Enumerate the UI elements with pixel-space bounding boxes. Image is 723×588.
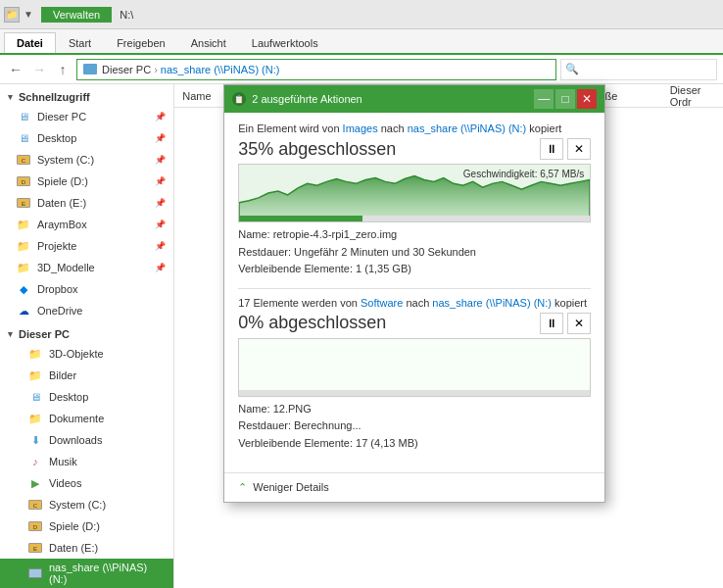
sidebar-item-spieled-label: Spiele (D:) bbox=[37, 175, 88, 187]
sidebar-item-systemc[interactable]: C System (C:) 📌 bbox=[0, 149, 173, 171]
transfer1-to-link[interactable]: nas_share (\\PiNAS) (N:) bbox=[408, 122, 527, 134]
sidebar-item-downloads[interactable]: ⬇ Downloads bbox=[0, 429, 173, 451]
sidebar-item-projekte[interactable]: 📁 Projekte 📌 bbox=[0, 235, 173, 257]
collapse-icon: ▾ bbox=[8, 329, 13, 339]
sidebar-item-3dobjekte[interactable]: 📁 3D-Objekte bbox=[0, 343, 173, 365]
dropbox-icon: ◆ bbox=[16, 281, 31, 297]
search-box[interactable]: 🔍 bbox=[560, 59, 717, 80]
sidebar-item-dropbox-label: Dropbox bbox=[37, 283, 78, 295]
onedrive-icon: ☁ bbox=[16, 303, 31, 318]
transfer2-section: 17 Elemente werden von Software nach nas… bbox=[238, 297, 591, 453]
dialog-icon: 📋 bbox=[232, 92, 246, 106]
sidebar-item-musik[interactable]: ♪ Musik bbox=[0, 451, 173, 472]
dialog-minimize-button[interactable]: — bbox=[534, 89, 554, 109]
tab-freigeben[interactable]: Freigeben bbox=[104, 32, 178, 53]
sidebar-item-videos[interactable]: ▶ Videos bbox=[0, 472, 173, 494]
sidebar-item-desktop-label: Desktop bbox=[37, 132, 76, 144]
up-button[interactable]: ↑ bbox=[53, 60, 72, 79]
drive-e-icon: E bbox=[16, 195, 31, 211]
transfer1-progress-label: 35% abgeschlossen bbox=[238, 139, 396, 160]
transfer1-controls: ⏸ ✕ bbox=[540, 138, 591, 160]
desktop2-icon: 🖥 bbox=[27, 389, 43, 405]
sidebar-quickaccess[interactable]: ▾ Schnellzugriff bbox=[0, 88, 173, 106]
transfer1-from-link[interactable]: Images bbox=[343, 122, 378, 134]
sidebar-item-3dmodelle-label: 3D_Modelle bbox=[37, 262, 95, 273]
transfer2-header: 17 Elemente werden von Software nach nas… bbox=[238, 297, 591, 309]
sidebar-item-onedrive-label: OneDrive bbox=[37, 305, 82, 317]
back-button[interactable]: ← bbox=[6, 60, 25, 79]
music-icon: ♪ bbox=[27, 454, 43, 469]
search-placeholder: 🔍 bbox=[565, 63, 579, 75]
dialog-maximize-button[interactable]: □ bbox=[555, 89, 575, 109]
sidebar-item-nas[interactable]: nas_share (\\PiNAS) (N:) bbox=[0, 559, 173, 588]
pin-icon: 📌 bbox=[155, 241, 166, 251]
dialog-title-bar: 📋 2 ausgeführte Aktionen — □ ✕ bbox=[224, 85, 604, 113]
tab-ansicht[interactable]: Ansicht bbox=[178, 32, 239, 53]
transfer1-graph: Geschwindigkeit: 6,57 MB/s bbox=[238, 164, 591, 222]
sidebar-thispc-section[interactable]: ▾ Dieser PC bbox=[0, 325, 173, 343]
sidebar-item-systemc-label: System (C:) bbox=[37, 154, 94, 166]
transfer2-to-link[interactable]: nas_share (\\PiNAS) (N:) bbox=[432, 297, 552, 309]
transfer2-from-link[interactable]: Software bbox=[361, 297, 403, 309]
pin-icon: 📌 bbox=[155, 176, 166, 186]
window-icon: 📁 bbox=[4, 7, 20, 23]
transfer1-cancel-button[interactable]: ✕ bbox=[567, 138, 591, 160]
sidebar-item-datene2[interactable]: E Daten (E:) bbox=[0, 537, 173, 559]
sidebar-item-bilder[interactable]: 📁 Bilder bbox=[0, 365, 173, 386]
transfer2-progress-label: 0% abgeschlossen bbox=[238, 313, 386, 333]
drive-e2-icon: E bbox=[27, 540, 43, 556]
breadcrumb[interactable]: Dieser PC › nas_share (\\PiNAS) (N:) bbox=[76, 59, 556, 80]
sidebar-item-datene-label: Daten (E:) bbox=[37, 197, 86, 209]
sidebar-item-systemc2-label: System (C:) bbox=[49, 499, 106, 511]
sidebar-item-3dmodelle[interactable]: 📁 3D_Modelle 📌 bbox=[0, 257, 173, 278]
main-area: ▾ Schnellzugriff 🖥 Dieser PC 📌 🖥 Desktop… bbox=[0, 84, 723, 588]
pin-icon: 📌 bbox=[155, 198, 166, 208]
dialog-close-button[interactable]: ✕ bbox=[577, 89, 597, 109]
nas-icon bbox=[27, 565, 43, 581]
transfer2-cancel-button[interactable]: ✕ bbox=[567, 313, 591, 334]
sidebar-item-thispc[interactable]: 🖥 Dieser PC 📌 bbox=[0, 106, 173, 127]
sidebar-item-bilder-label: Bilder bbox=[49, 369, 76, 381]
dialog-title: 2 ausgeführte Aktionen bbox=[252, 93, 532, 105]
content-area: Name Änderungsdatum Typ Größe Dieser Ord… bbox=[174, 84, 723, 588]
sidebar-item-videos-label: Videos bbox=[49, 477, 81, 489]
sidebar-item-onedrive[interactable]: ☁ OneDrive bbox=[0, 300, 173, 321]
tab-laufwerktools[interactable]: Laufwerktools bbox=[239, 32, 331, 53]
sidebar-item-dokumente[interactable]: 📁 Dokumente bbox=[0, 408, 173, 429]
tab-datei[interactable]: Datei bbox=[4, 32, 56, 53]
sidebar-item-dropbox[interactable]: ◆ Dropbox bbox=[0, 278, 173, 300]
sidebar-item-araymbox-label: AraymBox bbox=[37, 219, 87, 230]
sidebar-item-systemc2[interactable]: C System (C:) bbox=[0, 494, 173, 515]
title-path: N:\ bbox=[120, 9, 133, 21]
pc-icon: 🖥 bbox=[16, 109, 31, 124]
sidebar-item-downloads-label: Downloads bbox=[49, 434, 102, 446]
sidebar-item-desktop2[interactable]: 🖥 Desktop bbox=[0, 386, 173, 408]
forward-button[interactable]: → bbox=[29, 60, 49, 79]
dialog-footer[interactable]: ⌃ Weniger Details bbox=[224, 472, 604, 502]
transfer1-pause-button[interactable]: ⏸ bbox=[540, 138, 563, 160]
section-divider bbox=[238, 288, 591, 289]
active-ribbon-tab[interactable]: Verwalten bbox=[41, 7, 112, 23]
transfer2-pause-button[interactable]: ⏸ bbox=[540, 313, 563, 334]
tab-start[interactable]: Start bbox=[56, 32, 104, 53]
sidebar-item-araymbox[interactable]: 📁 AraymBox 📌 bbox=[0, 214, 173, 235]
folder-img-icon: 📁 bbox=[27, 368, 43, 383]
sidebar-item-datene2-label: Daten (E:) bbox=[49, 542, 98, 554]
sidebar-item-thispc-label: Dieser PC bbox=[37, 111, 86, 122]
pin-icon: 📌 bbox=[155, 220, 166, 229]
sidebar-item-projekte-label: Projekte bbox=[37, 240, 76, 252]
transfer1-progress-bar bbox=[239, 216, 362, 221]
breadcrumb-nas: nas_share (\\PiNAS) (N:) bbox=[161, 64, 280, 75]
sidebar-item-desktop[interactable]: 🖥 Desktop 📌 bbox=[0, 127, 173, 149]
video-icon: ▶ bbox=[27, 475, 43, 491]
sidebar-item-datene[interactable]: E Daten (E:) 📌 bbox=[0, 192, 173, 214]
transfer2-remaining: Restdauer: Berechnung... bbox=[238, 417, 591, 435]
thispc-section-label: Dieser PC bbox=[19, 328, 70, 340]
sidebar-item-spieled2[interactable]: D Spiele (D:) bbox=[0, 515, 173, 537]
transfer2-controls: ⏸ ✕ bbox=[540, 313, 591, 334]
drive-icon: C bbox=[16, 152, 31, 168]
quickaccess-label: Schnellzugriff bbox=[19, 91, 90, 103]
quick-access-icons: ▼ bbox=[24, 9, 33, 20]
sidebar-item-spieled[interactable]: D Spiele (D:) 📌 bbox=[0, 171, 173, 192]
sidebar-item-3dobjekte-label: 3D-Objekte bbox=[49, 348, 104, 360]
